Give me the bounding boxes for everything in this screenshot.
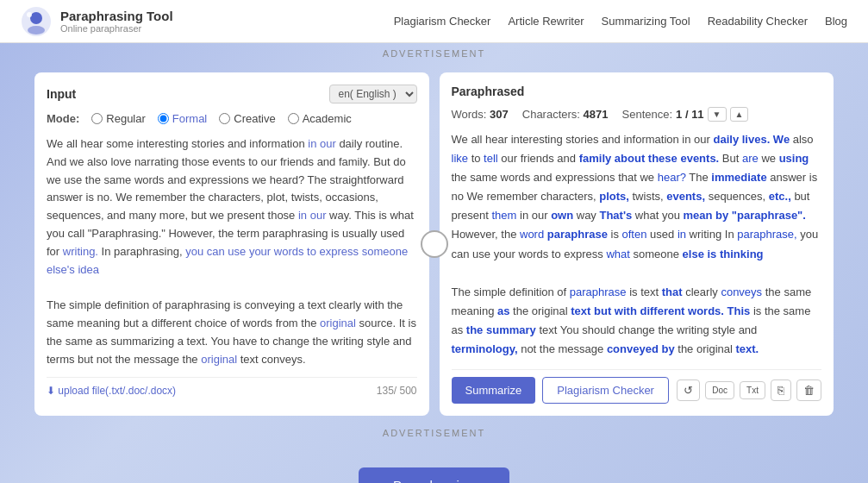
hl-this: This: [727, 304, 751, 317]
nav-plagiarism[interactable]: Plagiarism Checker: [394, 15, 491, 28]
word-count: Words: 307: [452, 108, 509, 121]
hl-hear: hear?: [658, 171, 686, 184]
hl-paraphrase2: paraphrase,: [737, 228, 796, 241]
mode-creative-radio[interactable]: [219, 113, 230, 124]
hl-mean: mean by "paraphrase".: [684, 209, 806, 222]
mode-creative[interactable]: Creative: [219, 112, 275, 125]
sentence-prev-btn[interactable]: ▼: [708, 107, 727, 122]
action-buttons-left: Summarize Plagiarism Checker: [452, 377, 669, 404]
input-panel-footer: ⬇ upload file(.txt/.doc/.docx) 135/ 500: [47, 377, 417, 397]
hl-word: word: [520, 228, 544, 241]
ad-banner-top: ADVERTISEMENT: [0, 43, 868, 64]
output-panel: Paraphrased Words: 307 Characters: 4871 …: [440, 72, 834, 416]
input-highlight-1: in our: [308, 137, 336, 150]
logo-title: Paraphrasing Tool: [60, 9, 173, 23]
mode-regular[interactable]: Regular: [91, 112, 146, 125]
logo-icon: [21, 6, 52, 37]
language-select[interactable]: en( English ): [329, 85, 417, 104]
hl-terminology: terminology,: [452, 342, 518, 355]
input-highlight-3: writing.: [63, 245, 98, 258]
upload-link[interactable]: ⬇ upload file(.txt/.doc/.docx): [47, 385, 176, 397]
hl-own: own: [551, 209, 573, 222]
hl-paraphrase3: paraphrase: [570, 285, 627, 298]
svg-point-1: [30, 12, 42, 24]
hl-daily-lives: daily lives. We: [713, 133, 790, 146]
hl-that: that: [662, 285, 683, 298]
hl-immediate: immediate: [711, 171, 766, 184]
hl-conveyed: conveyed by: [607, 342, 675, 355]
main-nav: Plagiarism Checker Article Rewriter Summ…: [394, 15, 847, 28]
paraphrasing-button[interactable]: Paraphrasing: [359, 467, 509, 483]
mode-regular-radio[interactable]: [91, 113, 103, 124]
nav-blog[interactable]: Blog: [825, 15, 847, 28]
stats-row: Words: 307 Characters: 4871 Sentence: 1 …: [452, 107, 822, 122]
hl-text-but: text but with different words.: [571, 304, 724, 317]
panel-divider-circle: [421, 230, 448, 258]
hl-tell: tell: [484, 152, 498, 165]
mode-label: Mode:: [47, 112, 79, 125]
plagiarism-button[interactable]: Plagiarism Checker: [542, 377, 669, 404]
download-doc-button[interactable]: Doc: [705, 381, 734, 399]
char-count: 135/ 500: [377, 385, 417, 397]
output-panel-title: Paraphrased: [452, 85, 525, 98]
hl-thats: That's: [599, 209, 632, 222]
main-content: Input en( English ) Mode: Regular Formal: [34, 72, 834, 416]
download-txt-button[interactable]: Txt: [740, 381, 765, 399]
action-row: Summarize Plagiarism Checker ↺ Doc Txt ⎘…: [452, 369, 822, 404]
hl-using: using: [779, 152, 809, 165]
summarize-button[interactable]: Summarize: [452, 377, 536, 404]
hl-paraphrase: paraphrase: [547, 228, 608, 241]
sentence-nav: Sentence: 1 / 11 ▼ ▲: [622, 107, 749, 122]
input-panel-title: Input: [47, 87, 76, 101]
input-highlight-5: original: [320, 317, 356, 329]
input-panel: Input en( English ) Mode: Regular Formal: [34, 72, 429, 416]
hl-family-about: family about these events.: [579, 152, 720, 165]
input-highlight-6: original: [201, 353, 237, 366]
hl-plots: plots,: [599, 190, 629, 203]
char-count-out: Characters: 4871: [522, 108, 609, 121]
logo-sub: Online paraphraser: [60, 23, 173, 34]
ad-banner-bottom: ADVERTISEMENT: [0, 424, 868, 442]
mode-row: Mode: Regular Formal Creative Academic: [47, 112, 417, 125]
input-panel-header: Input en( English ): [47, 85, 417, 104]
hl-in: in: [678, 228, 686, 241]
logo-text-wrap: Paraphrasing Tool Online paraphraser: [60, 9, 173, 34]
mode-academic[interactable]: Academic: [288, 112, 352, 125]
input-highlight-2: in our: [298, 209, 327, 222]
hl-events: events,: [666, 190, 705, 203]
svg-point-2: [28, 26, 45, 34]
output-text: We all hear interesting stories and info…: [452, 130, 822, 359]
copy-button[interactable]: ⎘: [771, 380, 791, 401]
nav-summarizing[interactable]: Summarizing Tool: [602, 15, 690, 28]
panels-wrapper: Input en( English ) Mode: Regular Formal: [34, 72, 834, 416]
input-highlight-4: you can use your words to express someon…: [47, 245, 408, 276]
mode-academic-radio[interactable]: [288, 113, 299, 124]
hl-summary: the summary: [466, 323, 536, 336]
mode-formal[interactable]: Formal: [158, 112, 207, 125]
input-text[interactable]: We all hear some interesting stories and…: [47, 135, 417, 368]
hl-conveys: conveys: [721, 285, 762, 298]
hl-as: as: [497, 304, 509, 317]
sentence-next-btn[interactable]: ▲: [730, 107, 749, 122]
mode-formal-radio[interactable]: [158, 113, 169, 124]
hl-etc: etc.,: [769, 190, 791, 203]
output-panel-header: Paraphrased: [452, 85, 822, 98]
logo-area: Paraphrasing Tool Online paraphraser: [21, 6, 173, 37]
hl-what: what: [606, 248, 629, 260]
header: Paraphrasing Tool Online paraphraser Pla…: [0, 0, 868, 43]
hl-text-final: text.: [735, 342, 759, 355]
svg-point-3: [27, 12, 32, 17]
nav-rewriter[interactable]: Article Rewriter: [508, 15, 584, 28]
hl-are: are: [742, 152, 759, 165]
upload-icon: ⬇: [47, 385, 58, 397]
nav-readability[interactable]: Readability Checker: [708, 15, 808, 28]
hl-else-thinking: else is thinking: [683, 248, 764, 260]
delete-button[interactable]: 🗑: [796, 380, 821, 401]
bottom-bar: Paraphrasing: [0, 450, 868, 483]
hl-like: like: [452, 152, 469, 165]
hl-often: often: [622, 228, 647, 241]
icon-row: ↺ Doc Txt ⎘ 🗑: [677, 380, 821, 401]
hl-them: them: [491, 209, 516, 222]
refresh-button[interactable]: ↺: [677, 380, 700, 401]
